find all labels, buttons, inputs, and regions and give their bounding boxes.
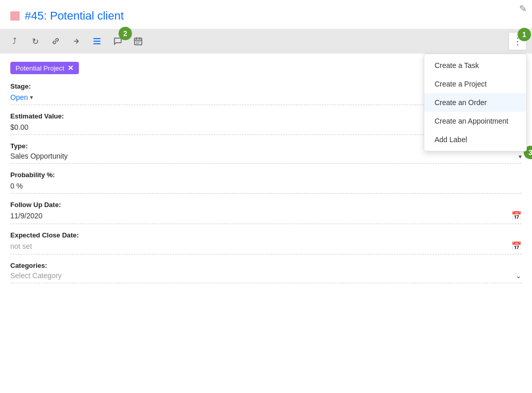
probability-value-text: 0 % — [10, 182, 23, 190]
svg-rect-0 — [93, 38, 101, 39]
categories-select-row: Select Category ⌄ — [10, 271, 522, 283]
estimated-value-text: $0.00 — [10, 123, 28, 131]
expected-close-date-value: not set — [10, 242, 507, 250]
top-corner-icon: ✎ — [514, 0, 532, 18]
categories-chevron-icon: ⌄ — [516, 271, 522, 280]
calendar-task-icon — [134, 37, 143, 46]
type-select-row: Sales Opportunity ▾ 3 — [10, 152, 522, 164]
link2-icon — [72, 37, 80, 45]
expected-close-date-field: Expected Close Date: not set 📅 — [10, 231, 522, 254]
comment-button[interactable] — [108, 32, 127, 50]
expected-close-date-label: Expected Close Date: — [10, 231, 522, 239]
type-value-text: Sales Opportunity — [10, 152, 514, 160]
follow-up-calendar-icon[interactable]: 📅 — [511, 211, 522, 220]
stage-chevron-icon: ▾ — [30, 94, 33, 101]
probability-field: Probability %: 0 % — [10, 171, 522, 194]
more-options-button[interactable]: ⋮ — [508, 32, 527, 50]
probability-value[interactable]: 0 % — [10, 181, 522, 194]
create-project-item[interactable]: Create a Project — [424, 75, 526, 93]
potential-project-tag: Potential Project ✕ — [10, 62, 79, 74]
comment-button-wrapper: 2 — [108, 32, 127, 50]
follow-up-date-field: Follow Up Date: 11/9/2020 📅 — [10, 201, 522, 224]
stage-value-text: Open — [10, 93, 28, 101]
link2-button[interactable] — [67, 32, 86, 50]
probability-label: Probability %: — [10, 171, 522, 179]
dropdown-menu: Create a Task Create a Project Create an… — [424, 54, 527, 151]
record-color-icon — [10, 11, 20, 21]
tag-label: Potential Project — [15, 64, 64, 72]
create-order-item[interactable]: Create an Order — [424, 93, 526, 112]
share-button[interactable]: ⤴ — [5, 32, 24, 50]
follow-up-date-value: 11/9/2020 — [10, 212, 507, 220]
svg-rect-1 — [93, 41, 101, 42]
title-area: #45: Potential client — [0, 0, 532, 29]
link-icon — [52, 37, 60, 45]
categories-placeholder: Select Category — [10, 271, 516, 280]
list-view-button[interactable] — [88, 32, 106, 50]
categories-label: Categories: — [10, 262, 522, 269]
expected-close-calendar-icon[interactable]: 📅 — [511, 241, 522, 251]
expected-close-date-row: not set 📅 — [10, 241, 522, 254]
title-name: Potential client — [50, 9, 124, 22]
svg-rect-2 — [93, 43, 101, 44]
tag-close-button[interactable]: ✕ — [68, 64, 74, 72]
categories-field: Categories: Select Category ⌄ — [10, 262, 522, 283]
comment-icon — [113, 37, 122, 46]
add-label-item[interactable]: Add Label — [424, 130, 526, 149]
follow-up-date-label: Follow Up Date: — [10, 201, 522, 209]
page-container: ✎ #45: Potential client ⤴ ↻ — [0, 0, 532, 393]
type-badge-wrapper: ▾ 3 — [519, 152, 522, 160]
refresh-button[interactable]: ↻ — [26, 32, 44, 50]
type-chevron-icon: ▾ — [519, 153, 522, 160]
link-button[interactable] — [46, 32, 65, 50]
create-appointment-item[interactable]: Create an Appointment — [424, 112, 526, 130]
more-button-wrapper: ⋮ 1 — [508, 32, 527, 50]
toolbar: ⤴ ↻ 2 — [0, 29, 532, 54]
follow-up-date-row: 11/9/2020 📅 — [10, 211, 522, 224]
create-task-item[interactable]: Create a Task — [424, 56, 526, 75]
list-icon — [92, 37, 102, 46]
page-title: #45: Potential client — [25, 9, 124, 23]
title-number: #45: — [25, 9, 47, 22]
calendar-task-button[interactable] — [129, 32, 147, 50]
